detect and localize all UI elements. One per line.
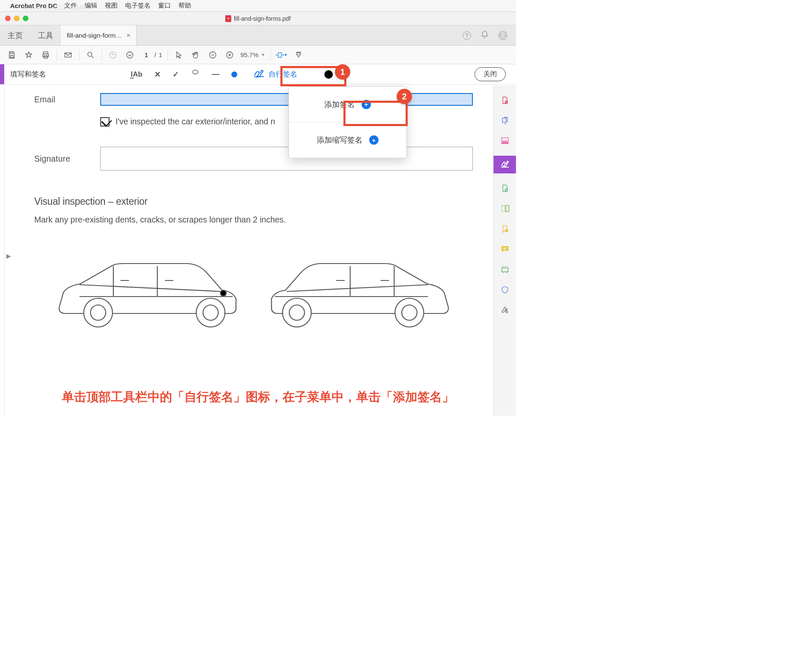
combine-files-icon[interactable] bbox=[499, 115, 510, 126]
dropdown-add-signature[interactable]: 添加签名 + bbox=[289, 87, 406, 122]
svg-rect-29 bbox=[505, 230, 508, 232]
close-fillsign-button[interactable]: 关闭 bbox=[475, 67, 506, 81]
email-label: Email bbox=[34, 95, 100, 104]
car-diagrams bbox=[34, 246, 473, 332]
menu-view[interactable]: 视图 bbox=[105, 2, 118, 10]
tab-label: fill-and-sign-form… bbox=[67, 32, 122, 39]
tab-tools[interactable]: 工具 bbox=[30, 30, 61, 41]
minimize-window-button[interactable] bbox=[14, 16, 19, 21]
svg-rect-12 bbox=[297, 53, 300, 55]
scan-ocr-icon[interactable] bbox=[499, 264, 510, 275]
svg-rect-24 bbox=[501, 138, 508, 141]
dropdown-add-initials[interactable]: 添加缩写签名 + bbox=[289, 122, 406, 158]
page-current-input[interactable] bbox=[141, 51, 152, 58]
fill-sign-bar: 填写和签名 I̲Ab ✕ ✓ — 自行签名 关闭 bbox=[0, 64, 516, 85]
edit-pdf-icon[interactable] bbox=[499, 135, 510, 146]
main-toolbar: / 1 95.7% ▼ ▼ bbox=[0, 46, 516, 64]
svg-point-0 bbox=[502, 33, 505, 36]
app-name[interactable]: Acrobat Pro DC bbox=[10, 2, 58, 9]
help-icon[interactable]: ? bbox=[463, 31, 471, 40]
tab-bar: 主页 工具 fill-and-sign-form… × ? bbox=[0, 25, 516, 46]
svg-point-6 bbox=[88, 52, 92, 56]
menu-edit[interactable]: 编辑 bbox=[85, 2, 97, 10]
plus-icon: + bbox=[362, 100, 371, 109]
section-heading: Visual inspection – exterior bbox=[34, 196, 473, 207]
print-icon[interactable] bbox=[40, 49, 52, 61]
comment-icon[interactable] bbox=[499, 244, 510, 255]
bell-icon[interactable] bbox=[480, 30, 489, 41]
search-icon[interactable] bbox=[85, 49, 96, 61]
car-left-diagram[interactable] bbox=[47, 246, 245, 332]
zoom-dropdown-icon[interactable]: ▼ bbox=[261, 52, 265, 57]
fill-sign-tool-active[interactable] bbox=[494, 156, 516, 173]
document-area: ▶ Email I've inspected the car exterior/… bbox=[4, 85, 490, 416]
svg-point-21 bbox=[395, 298, 424, 327]
line-tool-icon[interactable]: — bbox=[212, 70, 219, 79]
plus-icon: + bbox=[369, 135, 379, 145]
document-title: fill-and-sign-forms.pdf bbox=[234, 15, 291, 22]
export-pdf-icon[interactable] bbox=[499, 183, 510, 194]
sign-pen-icon bbox=[253, 68, 265, 81]
page-up-icon[interactable] bbox=[107, 49, 119, 61]
svg-point-22 bbox=[402, 305, 417, 320]
signature-field[interactable] bbox=[100, 147, 473, 170]
dot-tool-icon[interactable] bbox=[231, 71, 237, 77]
svg-rect-27 bbox=[502, 206, 505, 212]
save-icon[interactable] bbox=[6, 49, 18, 61]
mail-icon[interactable] bbox=[62, 49, 74, 61]
maximize-window-button[interactable] bbox=[23, 16, 28, 21]
svg-rect-11 bbox=[278, 52, 282, 57]
dropdown-add-signature-label: 添加签名 bbox=[324, 99, 355, 110]
text-tool-icon[interactable]: I̲Ab bbox=[131, 70, 143, 79]
scroll-mode-icon[interactable] bbox=[293, 49, 304, 61]
color-dot-black[interactable] bbox=[324, 70, 333, 79]
checkbox-text: I've inspected the car exterior/interior… bbox=[115, 117, 275, 126]
menu-help[interactable]: 帮助 bbox=[178, 2, 191, 10]
hand-icon[interactable] bbox=[190, 49, 202, 61]
create-pdf-icon[interactable] bbox=[499, 95, 510, 106]
svg-point-16 bbox=[196, 298, 225, 327]
pdf-badge-icon: ♦ bbox=[225, 15, 231, 22]
right-side-panel bbox=[493, 85, 516, 416]
car-right-diagram[interactable] bbox=[262, 246, 461, 332]
inspection-checkbox[interactable] bbox=[100, 117, 110, 126]
zoom-in-icon[interactable] bbox=[224, 49, 236, 61]
page-indicator: / 1 bbox=[141, 51, 162, 58]
expand-left-panel-icon[interactable]: ▶ bbox=[6, 253, 11, 259]
protect-icon[interactable] bbox=[499, 284, 510, 295]
star-icon[interactable] bbox=[23, 49, 35, 61]
dropdown-add-initials-label: 添加缩写签名 bbox=[317, 135, 362, 145]
circle-tool-icon[interactable] bbox=[191, 70, 200, 79]
check-tool-icon[interactable]: ✓ bbox=[173, 70, 179, 79]
tab-close-icon[interactable]: × bbox=[126, 32, 130, 39]
sign-button[interactable]: 自行签名 bbox=[249, 66, 302, 82]
menu-file[interactable]: 文件 bbox=[64, 2, 77, 10]
zoom-out-icon[interactable] bbox=[207, 49, 219, 61]
fit-width-icon[interactable]: ▼ bbox=[276, 49, 288, 61]
menu-window[interactable]: 窗口 bbox=[158, 2, 171, 10]
svg-rect-28 bbox=[505, 206, 508, 212]
avatar-icon[interactable] bbox=[498, 31, 508, 40]
svg-point-18 bbox=[220, 290, 226, 296]
pointer-icon[interactable] bbox=[173, 49, 185, 61]
fill-sign-pen-icon bbox=[500, 159, 510, 171]
window-title: ♦ fill-and-sign-forms.pdf bbox=[225, 15, 291, 22]
callout-2-badge: 2 bbox=[397, 89, 412, 104]
sign-label: 自行签名 bbox=[269, 70, 297, 79]
menu-esign[interactable]: 电子签名 bbox=[125, 2, 151, 10]
svg-point-14 bbox=[84, 298, 112, 327]
svg-point-19 bbox=[283, 298, 311, 327]
send-comments-icon[interactable] bbox=[499, 223, 510, 234]
page-down-icon[interactable] bbox=[124, 49, 136, 61]
fill-sign-title: 填写和签名 bbox=[10, 69, 46, 79]
tab-active-document[interactable]: fill-and-sign-form… × bbox=[61, 25, 137, 45]
more-tools-icon[interactable] bbox=[499, 305, 510, 316]
organize-pages-icon[interactable] bbox=[499, 203, 510, 214]
zoom-level[interactable]: 95.7% ▼ bbox=[241, 51, 265, 58]
callout-1-badge: 1 bbox=[335, 64, 350, 80]
tab-home[interactable]: 主页 bbox=[0, 30, 30, 41]
close-window-button[interactable] bbox=[5, 16, 11, 21]
x-mark-tool-icon[interactable]: ✕ bbox=[154, 70, 161, 79]
svg-rect-25 bbox=[501, 142, 508, 144]
email-input[interactable] bbox=[100, 93, 473, 106]
